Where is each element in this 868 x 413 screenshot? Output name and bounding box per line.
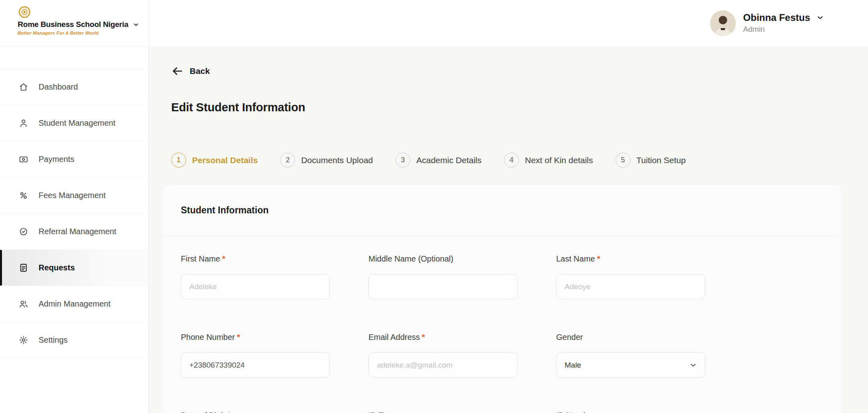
- chevron-down-icon: [816, 13, 825, 22]
- step-number: 2: [280, 153, 295, 168]
- home-icon: [18, 82, 29, 92]
- sidebar-item-admin-management[interactable]: Admin Management: [0, 286, 148, 322]
- referral-icon: [18, 226, 29, 237]
- step-tuition-setup[interactable]: 5 Tuition Setup: [616, 153, 686, 168]
- last-name-field: Last Name*: [556, 254, 705, 299]
- student-information-card: Student Information First Name* Middle N…: [163, 185, 841, 413]
- id-type-label: ID Type: [368, 411, 518, 413]
- step-next-of-kin[interactable]: 4 Next of Kin details: [504, 153, 593, 168]
- main-content: Back Edit Student Information 1 Personal…: [149, 47, 868, 413]
- user-role: Admin: [743, 25, 825, 34]
- sidebar-item-fees-management[interactable]: Fees Management: [0, 177, 148, 213]
- sidebar-item-student-management[interactable]: Student Management: [0, 105, 148, 141]
- brand-name: Rome Business School Nigeria: [18, 20, 128, 29]
- id-number-label: ID Number: [556, 411, 705, 413]
- user-menu[interactable]: Obinna Festus Admin: [710, 10, 825, 36]
- step-label: Next of Kin details: [525, 155, 593, 165]
- back-button[interactable]: Back: [171, 65, 210, 77]
- sidebar-item-requests[interactable]: Requests: [0, 249, 148, 286]
- chevron-down-icon: [132, 21, 140, 29]
- sidebar-item-label: Student Management: [39, 119, 115, 128]
- sidebar-item-label: Dashboard: [39, 82, 78, 92]
- gender-field: Gender Male: [556, 332, 705, 378]
- chevron-down-icon: [689, 361, 698, 370]
- required-marker: *: [237, 332, 240, 342]
- sidebar-item-payments[interactable]: Payments: [0, 141, 148, 177]
- required-marker: *: [222, 254, 225, 264]
- middle-name-field: Middle Name (Optional): [368, 254, 518, 299]
- sidebar-item-label: Admin Management: [39, 299, 111, 309]
- email-field: Email Address*: [368, 332, 518, 378]
- first-name-field: First Name*: [181, 254, 330, 299]
- back-arrow-icon: [171, 65, 183, 77]
- student-information-form: First Name* Middle Name (Optional) Last …: [181, 254, 824, 413]
- middle-name-label: Middle Name (Optional): [368, 254, 518, 264]
- last-name-label: Last Name*: [556, 254, 705, 264]
- sidebar-item-label: Referral Management: [39, 227, 116, 236]
- first-name-label: First Name*: [181, 254, 330, 264]
- step-number: 5: [616, 153, 631, 168]
- step-number: 1: [171, 153, 186, 168]
- middle-name-input[interactable]: [368, 274, 518, 299]
- brand-switcher[interactable]: Rome Business School Nigeria Better Mana…: [0, 0, 148, 47]
- sidebar-item-dashboard[interactable]: Dashboard: [0, 69, 148, 105]
- gender-value: Male: [565, 361, 581, 370]
- step-number: 3: [395, 153, 410, 168]
- requests-icon: [18, 262, 29, 273]
- topbar: Obinna Festus Admin: [149, 0, 868, 47]
- email-input[interactable]: [368, 352, 518, 378]
- step-label: Academic Details: [416, 155, 481, 165]
- required-marker: *: [422, 332, 425, 342]
- id-number-field: ID Number: [556, 411, 705, 413]
- required-marker: *: [227, 411, 231, 413]
- gender-label: Gender: [556, 332, 705, 342]
- required-marker: *: [597, 254, 600, 264]
- user-name: Obinna Festus: [743, 12, 810, 23]
- date-of-birth-field: Date of Birth*: [181, 411, 330, 413]
- sidebar-item-label: Payments: [39, 155, 74, 164]
- payments-icon: [18, 154, 29, 165]
- sidebar-item-settings[interactable]: Settings: [0, 322, 148, 358]
- email-label: Email Address*: [368, 332, 518, 342]
- admins-icon: [18, 299, 29, 309]
- divider: [163, 236, 841, 236]
- first-name-input[interactable]: [181, 274, 330, 299]
- fees-icon: [18, 190, 29, 201]
- last-name-input[interactable]: [556, 274, 705, 299]
- step-label: Tuition Setup: [637, 155, 686, 165]
- gender-select[interactable]: Male: [556, 352, 705, 378]
- sidebar-item-referral-management[interactable]: Referral Management: [0, 213, 148, 249]
- step-label: Documents Upload: [301, 155, 373, 165]
- phone-number-field: Phone Number*: [181, 332, 330, 378]
- sidebar-item-label: Requests: [39, 263, 75, 272]
- sidebar-item-label: Fees Management: [39, 191, 106, 200]
- page-title: Edit Student Information: [171, 100, 841, 114]
- card-title: Student Information: [181, 204, 824, 216]
- step-number: 4: [504, 153, 519, 168]
- step-personal-details[interactable]: 1 Personal Details: [171, 153, 258, 168]
- phone-number-input[interactable]: [181, 352, 330, 378]
- brand-tagline: Better Managers For A Better World: [18, 31, 140, 35]
- phone-number-label: Phone Number*: [181, 332, 330, 342]
- back-label: Back: [190, 66, 210, 76]
- brand-logo-icon: [18, 6, 31, 18]
- step-academic-details[interactable]: 3 Academic Details: [395, 153, 481, 168]
- stepper: 1 Personal Details 2 Documents Upload 3 …: [171, 153, 841, 168]
- gear-icon: [18, 335, 29, 346]
- step-documents-upload[interactable]: 2 Documents Upload: [280, 153, 373, 168]
- user-text: Obinna Festus Admin: [743, 10, 825, 34]
- avatar: [710, 10, 736, 36]
- student-icon: [18, 118, 29, 129]
- id-type-field: ID Type: [368, 411, 518, 413]
- date-of-birth-label: Date of Birth*: [181, 411, 330, 413]
- sidebar-nav: Dashboard Student Management Payments Fe…: [0, 69, 148, 358]
- sidebar: Rome Business School Nigeria Better Mana…: [0, 0, 149, 413]
- step-label: Personal Details: [192, 155, 258, 165]
- sidebar-item-label: Settings: [39, 335, 68, 345]
